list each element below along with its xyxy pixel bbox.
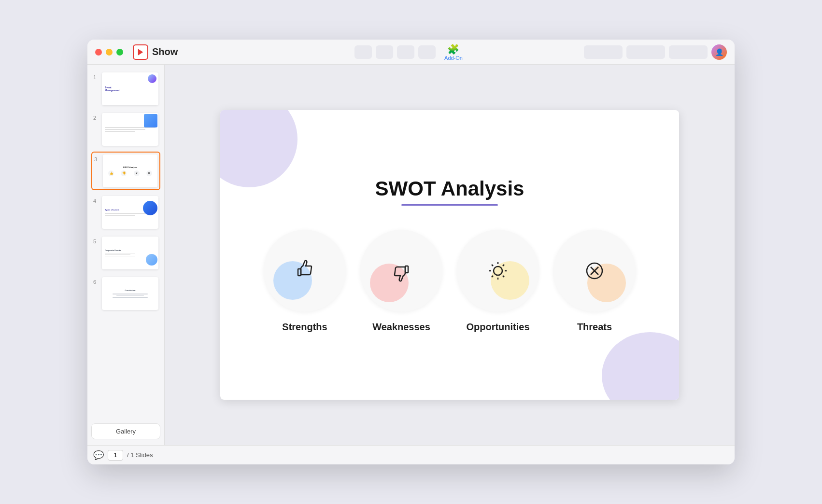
avatar[interactable]: 👤 — [711, 44, 727, 60]
sidebar: 1 EventManagement 2 — [87, 65, 165, 445]
swot-card-opportunities: Opportunities — [457, 230, 539, 333]
thumbs-down-icon — [387, 256, 416, 285]
canvas-area: SWOT Analysis Strengths — [165, 65, 735, 445]
swot-label-opportunities: Opportunities — [466, 322, 529, 333]
swot-circle-strengths — [264, 230, 346, 312]
toolbar-right: 👤 — [584, 44, 727, 60]
slide-thumb-2[interactable]: 2 — [91, 111, 160, 148]
slide-preview-2 — [102, 113, 158, 146]
slide-thumb-6[interactable]: 6 Conclusion — [91, 275, 160, 312]
logo-icon — [133, 44, 148, 60]
slide-num-5: 5 — [93, 238, 99, 244]
gallery-button[interactable]: Gallery — [91, 423, 160, 439]
main-content: 1 EventManagement 2 — [87, 65, 735, 445]
app-title: Show — [152, 46, 178, 57]
slide-num-6: 6 — [93, 279, 99, 285]
addon-label: Add-On — [444, 55, 463, 61]
svg-rect-2 — [405, 266, 408, 273]
bottombar: 💬 / 1 Slides — [87, 445, 735, 464]
svg-rect-1 — [298, 269, 301, 276]
svg-point-3 — [494, 266, 502, 275]
slide-num-4: 4 — [93, 198, 99, 204]
slide-preview-5: Corporate Events — [102, 237, 158, 269]
close-button[interactable] — [95, 49, 102, 56]
minimize-button[interactable] — [106, 49, 113, 56]
addon-button[interactable]: 🧩 Add-On — [439, 42, 468, 63]
toolbar-btn-4[interactable] — [418, 45, 436, 59]
slide-canvas: SWOT Analysis Strengths — [220, 110, 679, 400]
slide-thumb-1[interactable]: 1 EventManagement — [91, 70, 160, 107]
puzzle-icon: 🧩 — [447, 43, 459, 55]
page-number-input[interactable] — [108, 450, 123, 461]
slide-title: SWOT Analysis — [375, 177, 524, 200]
swot-circle-threats — [553, 230, 636, 312]
swot-card-strengths: Strengths — [264, 230, 346, 333]
corner-top-left — [220, 110, 307, 197]
svg-marker-0 — [138, 49, 143, 56]
swot-label-weaknesses: Weaknesses — [372, 322, 430, 333]
toolbar-btn-2[interactable] — [376, 45, 393, 59]
toolbar-right-btn-1[interactable] — [584, 45, 623, 59]
toolbar-right-btn-2[interactable] — [626, 45, 665, 59]
slide-thumb-4[interactable]: 4 Types of events — [91, 194, 160, 231]
swot-cards: Strengths Weaknesses — [264, 230, 636, 333]
slide-preview-1: EventManagement — [102, 72, 158, 105]
titlebar: Show 🧩 Add-On 👤 — [87, 40, 735, 65]
title-underline — [401, 204, 498, 206]
slide-num-2: 2 — [93, 115, 99, 121]
toolbar-btn-3[interactable] — [397, 45, 414, 59]
swot-card-weaknesses: Weaknesses — [360, 230, 442, 333]
slide-preview-6: Conclusion — [102, 277, 158, 310]
swot-circle-opportunities — [457, 230, 539, 312]
logo-area: Show — [133, 44, 178, 60]
app-window: Show 🧩 Add-On 👤 1 — [87, 40, 735, 464]
slide-thumb-3[interactable]: 3 SWOT Analysis 👍 👎 ☀ ✕ — [91, 152, 160, 190]
swot-label-strengths: Strengths — [282, 322, 327, 333]
svg-line-10 — [503, 265, 504, 266]
slide-num-1: 1 — [93, 74, 99, 80]
slide-thumb-5[interactable]: 5 Corporate Events — [91, 235, 160, 271]
corner-bottom-right — [582, 332, 679, 400]
toolbar-btn-1[interactable] — [354, 45, 372, 59]
slide-preview-4: Types of events — [102, 196, 158, 229]
maximize-button[interactable] — [116, 49, 123, 56]
toolbar-center: 🧩 Add-On — [354, 42, 468, 63]
swot-circle-weaknesses — [360, 230, 442, 312]
thumbs-up-icon — [290, 256, 319, 285]
svg-line-8 — [492, 265, 493, 266]
sun-icon — [483, 256, 512, 285]
slide-num-3: 3 — [94, 156, 100, 162]
svg-line-11 — [492, 276, 493, 277]
chat-icon[interactable]: 💬 — [93, 450, 104, 461]
svg-line-9 — [503, 276, 504, 277]
x-circle-icon — [580, 256, 609, 285]
play-icon — [136, 48, 145, 56]
swot-label-threats: Threats — [577, 322, 612, 333]
page-info: / 1 Slides — [127, 451, 153, 459]
traffic-lights — [95, 49, 123, 56]
slide-preview-3: SWOT Analysis 👍 👎 ☀ ✕ — [103, 154, 157, 187]
avatar-initials: 👤 — [715, 48, 723, 56]
toolbar-right-btn-3[interactable] — [669, 45, 708, 59]
swot-card-threats: Threats — [553, 230, 636, 333]
